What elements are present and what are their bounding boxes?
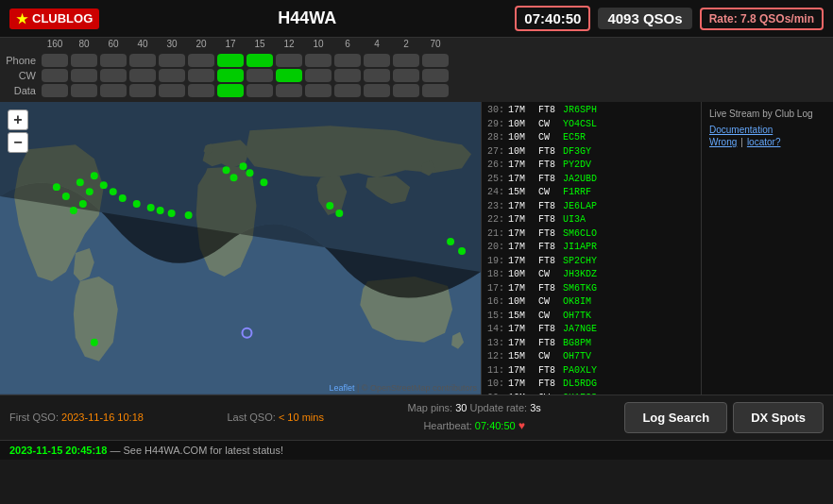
log-band: 10M bbox=[508, 118, 535, 132]
log-panel: 30: 17M FT8 JR6SPH 29: 10M CW YO4CSL 28:… bbox=[482, 102, 701, 395]
zoom-in-button[interactable]: + bbox=[8, 109, 28, 130]
log-call: BG8PM bbox=[563, 337, 620, 351]
log-entry: 28: 10M CW EC5R bbox=[485, 131, 697, 145]
log-call: DL5RDG bbox=[563, 378, 620, 392]
band-cell-phone-cells-40[interactable] bbox=[129, 54, 156, 67]
log-call: YO4CSL bbox=[563, 118, 620, 132]
phone-cells bbox=[42, 54, 827, 67]
dx-spots-button[interactable]: DX Spots bbox=[733, 402, 824, 433]
log-call: PY2DV bbox=[563, 159, 620, 173]
log-entry: 21: 17M FT8 SM6CLO bbox=[485, 227, 697, 242]
documentation-link[interactable]: Documentation bbox=[709, 125, 825, 135]
log-mode: FT8 bbox=[538, 104, 559, 118]
band-cell-cw-cells-40[interactable] bbox=[129, 69, 156, 82]
logo-area: ★ CLUBLOG bbox=[9, 8, 99, 29]
log-band: 17M bbox=[508, 159, 535, 173]
log-band: 17M bbox=[508, 173, 535, 187]
band-cell-phone-cells-4[interactable] bbox=[364, 54, 390, 67]
log-mode: FT8 bbox=[538, 337, 559, 351]
svg-point-14 bbox=[168, 210, 176, 217]
band-cell-phone-cells-2[interactable] bbox=[393, 54, 419, 67]
star-icon: ★ bbox=[16, 11, 28, 26]
log-mode: FT8 bbox=[538, 227, 559, 242]
band-cell-phone-cells-60[interactable] bbox=[100, 54, 127, 67]
log-entry: 27: 10M FT8 DF3GY bbox=[485, 145, 697, 160]
log-band: 17M bbox=[508, 200, 535, 214]
band-cell-data-cells-12[interactable] bbox=[276, 84, 302, 97]
log-search-button[interactable]: Log Search bbox=[624, 402, 727, 433]
leaflet-link[interactable]: Leaflet bbox=[329, 383, 354, 393]
band-cell-phone-cells-6[interactable] bbox=[334, 54, 361, 67]
map-pins-value: 30 bbox=[455, 402, 467, 413]
log-band: 17M bbox=[508, 213, 535, 227]
band-cell-cw-cells-60[interactable] bbox=[100, 69, 127, 82]
log-entry: 16: 10M CW OK8IM bbox=[485, 295, 697, 310]
svg-point-22 bbox=[335, 210, 343, 217]
band-cell-phone-cells-20[interactable] bbox=[188, 54, 214, 67]
band-cell-cw-cells-160[interactable] bbox=[42, 69, 68, 82]
band-cell-cw-cells-30[interactable] bbox=[159, 69, 185, 82]
band-cell-cw-cells-80[interactable] bbox=[71, 69, 97, 82]
band-cell-cw-cells-17[interactable] bbox=[217, 69, 244, 82]
zoom-controls[interactable]: + − bbox=[8, 109, 28, 153]
band-cell-phone-cells-80[interactable] bbox=[71, 54, 97, 67]
band-cell-data-cells-6[interactable] bbox=[334, 84, 361, 97]
band-cell-phone-cells-10[interactable] bbox=[305, 54, 332, 67]
band-cell-cw-cells-4[interactable] bbox=[364, 69, 390, 82]
wrong-link[interactable]: Wrong bbox=[709, 137, 737, 147]
log-num: 28: bbox=[485, 131, 504, 145]
band-cell-data-cells-80[interactable] bbox=[71, 84, 97, 97]
log-entry: 15: 15M CW OH7TK bbox=[485, 310, 697, 324]
band-cell-data-cells-2[interactable] bbox=[393, 84, 419, 97]
band-cell-cw-cells-12[interactable] bbox=[276, 69, 302, 82]
band-cell-data-cells-40[interactable] bbox=[129, 84, 156, 97]
log-entry: 23: 17M FT8 JE6LAP bbox=[485, 200, 697, 214]
band-cell-data-cells-4[interactable] bbox=[364, 84, 390, 97]
log-mode: FT8 bbox=[538, 200, 559, 214]
log-mode: FT8 bbox=[538, 364, 559, 378]
map-container[interactable]: + − Leaflet | © OpenStreetMap contributo… bbox=[0, 102, 482, 395]
log-num: 19: bbox=[485, 255, 504, 269]
band-cell-phone-cells-17[interactable] bbox=[217, 54, 244, 67]
band-label-60: 60 bbox=[100, 39, 127, 49]
svg-point-11 bbox=[133, 200, 141, 208]
band-cell-data-cells-70[interactable] bbox=[422, 84, 449, 97]
log-call: SM6TKG bbox=[563, 282, 620, 296]
status-bar: 2023-11-15 20:45:18 — See H44WA.COM for … bbox=[0, 440, 833, 460]
band-cell-data-cells-160[interactable] bbox=[42, 84, 68, 97]
band-cell-data-cells-20[interactable] bbox=[188, 84, 214, 97]
world-map bbox=[0, 102, 481, 395]
status-timestamp: 2023-11-15 20:45:18 bbox=[9, 445, 107, 456]
band-label-2: 2 bbox=[393, 39, 419, 49]
log-mode: CW bbox=[538, 350, 559, 364]
band-cell-data-cells-10[interactable] bbox=[305, 84, 332, 97]
band-cell-phone-cells-30[interactable] bbox=[159, 54, 185, 67]
band-cell-phone-cells-15[interactable] bbox=[246, 54, 273, 67]
band-cell-data-cells-60[interactable] bbox=[100, 84, 127, 97]
band-cell-phone-cells-70[interactable] bbox=[422, 54, 449, 67]
locator-link[interactable]: locator? bbox=[747, 137, 781, 147]
band-cell-cw-cells-10[interactable] bbox=[305, 69, 332, 82]
band-cell-cw-cells-2[interactable] bbox=[393, 69, 419, 82]
log-num: 14: bbox=[485, 323, 504, 337]
band-cell-cw-cells-70[interactable] bbox=[422, 69, 449, 82]
log-mode: FT8 bbox=[538, 323, 559, 337]
rate-badge: Rate: 7.8 QSOs/min bbox=[700, 8, 824, 30]
band-cell-phone-cells-12[interactable] bbox=[276, 54, 302, 67]
band-cell-phone-cells-160[interactable] bbox=[42, 54, 68, 67]
band-cell-data-cells-17[interactable] bbox=[217, 84, 244, 97]
band-cell-data-cells-15[interactable] bbox=[246, 84, 273, 97]
band-cell-cw-cells-6[interactable] bbox=[334, 69, 361, 82]
log-band: 10M bbox=[508, 268, 535, 282]
band-cell-cw-cells-20[interactable] bbox=[188, 69, 214, 82]
band-cell-data-cells-30[interactable] bbox=[159, 84, 185, 97]
log-call: JR6SPH bbox=[563, 104, 620, 118]
log-band: 17M bbox=[508, 104, 535, 118]
zoom-out-button[interactable]: − bbox=[8, 132, 28, 153]
band-label-40: 40 bbox=[129, 39, 156, 49]
status-message: — See H44WA.COM for latest status! bbox=[110, 445, 283, 456]
log-entry: 30: 17M FT8 JR6SPH bbox=[485, 104, 697, 118]
log-num: 16: bbox=[485, 295, 504, 310]
band-cell-cw-cells-15[interactable] bbox=[246, 69, 273, 82]
svg-point-16 bbox=[223, 166, 230, 174]
